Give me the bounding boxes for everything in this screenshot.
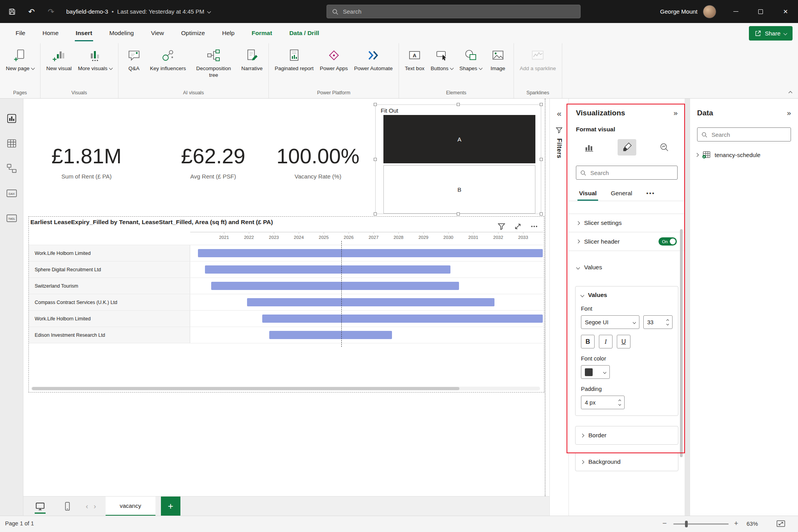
title-chevron-icon[interactable] bbox=[207, 10, 211, 14]
key-influencers-button[interactable]: Key influencers bbox=[147, 46, 189, 74]
menu-format[interactable]: Format bbox=[243, 23, 281, 43]
document-title[interactable]: bayfield-demo-3 • Last saved: Yesterday … bbox=[66, 8, 210, 15]
share-button[interactable]: Share bbox=[749, 26, 793, 41]
menu-modeling[interactable]: Modeling bbox=[101, 23, 143, 43]
menu-home[interactable]: Home bbox=[34, 23, 67, 43]
selection-handle[interactable] bbox=[540, 212, 543, 216]
slicer-header-section[interactable]: Slicer header On bbox=[569, 232, 685, 251]
menu-optimize[interactable]: Optimize bbox=[173, 23, 214, 43]
font-size-spinner[interactable]: 33 bbox=[643, 315, 673, 329]
tmdl-view-icon[interactable]: TMDL bbox=[6, 212, 18, 224]
fit-out-slicer[interactable]: Fit Out A B bbox=[375, 104, 541, 214]
selection-handle[interactable] bbox=[540, 103, 543, 106]
selection-handle[interactable] bbox=[374, 103, 377, 106]
spinner-up-icon[interactable] bbox=[666, 319, 669, 322]
panel-scrollbar[interactable] bbox=[680, 229, 683, 457]
kpi-avg-rent[interactable]: £62.29 Avg Rent (£ PSF) bbox=[162, 144, 264, 180]
menu-view[interactable]: View bbox=[142, 23, 172, 43]
data-search-input[interactable] bbox=[711, 131, 790, 138]
global-search-input[interactable] bbox=[342, 8, 575, 15]
menu-file[interactable]: File bbox=[7, 23, 34, 43]
slicer-option-b[interactable]: B bbox=[383, 165, 535, 214]
italic-button[interactable]: I bbox=[599, 335, 613, 348]
spinner-down-icon[interactable] bbox=[666, 322, 669, 325]
visual-filter-icon[interactable] bbox=[497, 222, 506, 231]
buttons-button[interactable]: Buttons bbox=[428, 46, 456, 74]
global-search[interactable] bbox=[327, 5, 581, 18]
selection-handle[interactable] bbox=[457, 103, 460, 106]
zoom-in-icon[interactable]: + bbox=[734, 520, 738, 528]
desktop-layout-icon[interactable] bbox=[34, 500, 47, 513]
gantt-bar[interactable] bbox=[269, 331, 392, 339]
mobile-layout-icon[interactable] bbox=[61, 500, 74, 513]
font-color-dropdown[interactable] bbox=[581, 365, 610, 379]
format-search[interactable] bbox=[576, 166, 678, 180]
border-section[interactable]: Border bbox=[575, 426, 678, 445]
selection-handle[interactable] bbox=[374, 212, 377, 216]
gantt-visual[interactable]: Earliest LeaseExpiry_Filled by Tenant, L… bbox=[28, 216, 544, 392]
dax-query-view-icon[interactable]: DAX bbox=[6, 187, 18, 199]
add-sparkline-button[interactable]: Add a sparkline bbox=[517, 46, 559, 74]
more-visuals-button[interactable]: More visuals bbox=[75, 46, 115, 74]
padding-spinner[interactable]: 4 px bbox=[581, 396, 625, 409]
maximize-button[interactable] bbox=[748, 0, 773, 23]
more-options-icon[interactable] bbox=[530, 222, 538, 231]
filters-panel-collapsed[interactable]: « Filters bbox=[549, 99, 568, 516]
expand-filters-icon[interactable]: « bbox=[557, 109, 561, 118]
slicer-header-toggle[interactable]: On bbox=[659, 237, 677, 246]
gantt-bar[interactable] bbox=[262, 315, 543, 323]
format-search-input[interactable] bbox=[590, 169, 673, 177]
avatar[interactable] bbox=[703, 5, 716, 18]
selection-handle[interactable] bbox=[374, 158, 377, 161]
new-visual-button[interactable]: New visual bbox=[44, 46, 74, 74]
data-search[interactable] bbox=[697, 127, 791, 141]
zoom-slider-thumb[interactable] bbox=[685, 521, 688, 527]
zoom-out-icon[interactable]: − bbox=[662, 519, 667, 528]
collapse-ribbon-icon[interactable] bbox=[789, 91, 793, 95]
menu-help[interactable]: Help bbox=[214, 23, 243, 43]
analytics-icon[interactable] bbox=[655, 139, 674, 156]
user-name[interactable]: George Mount bbox=[660, 8, 697, 15]
fit-to-page-icon[interactable] bbox=[776, 520, 786, 528]
image-button[interactable]: Image bbox=[486, 46, 510, 74]
collapse-data-icon[interactable]: » bbox=[787, 109, 791, 117]
qa-button[interactable]: Q&A bbox=[122, 46, 147, 74]
zoom-slider[interactable] bbox=[673, 523, 729, 525]
table-tenancy-schedule[interactable]: tenancy-schedule bbox=[696, 151, 793, 159]
menu-insert[interactable]: Insert bbox=[67, 23, 101, 43]
close-button[interactable]: ✕ bbox=[773, 0, 798, 23]
menu-data-drill[interactable]: Data / Drill bbox=[281, 23, 328, 43]
power-apps-button[interactable]: Power Apps bbox=[317, 46, 351, 74]
build-visual-icon[interactable] bbox=[580, 139, 598, 156]
gantt-bar[interactable] bbox=[205, 265, 450, 274]
values-subsection-header[interactable]: Values bbox=[581, 292, 673, 299]
font-family-dropdown[interactable]: Segoe UI bbox=[581, 315, 639, 329]
kpi-sum-of-rent[interactable]: £1.81M Sum of Rent (£ PA) bbox=[36, 144, 137, 180]
selection-handle[interactable] bbox=[540, 158, 543, 161]
page-tab-vacancy[interactable]: vacancy bbox=[106, 497, 155, 516]
redo-icon[interactable]: ↷ bbox=[47, 7, 55, 16]
gantt-bar[interactable] bbox=[211, 282, 459, 290]
table-view-icon[interactable] bbox=[6, 138, 18, 149]
report-view-icon[interactable] bbox=[6, 113, 18, 124]
bold-button[interactable]: B bbox=[581, 335, 595, 348]
format-visual-icon[interactable] bbox=[618, 139, 636, 156]
paginated-report-button[interactable]: Paginated report bbox=[272, 46, 316, 74]
save-icon[interactable] bbox=[8, 7, 16, 16]
kpi-vacancy-rate[interactable]: 100.00% Vacancy Rate (%) bbox=[267, 144, 369, 180]
more-format-tabs-icon[interactable]: ••• bbox=[646, 190, 655, 201]
power-automate-button[interactable]: Power Automate bbox=[351, 46, 395, 74]
slicer-settings-section[interactable]: Slicer settings bbox=[569, 214, 685, 232]
undo-icon[interactable]: ↶ bbox=[27, 7, 36, 16]
decomposition-tree-button[interactable]: Decomposition tree bbox=[189, 46, 238, 81]
scrollbar-thumb[interactable] bbox=[32, 387, 459, 390]
next-page-icon[interactable]: › bbox=[94, 502, 96, 511]
collapse-visualizations-icon[interactable]: » bbox=[673, 109, 678, 117]
gantt-scrollbar[interactable] bbox=[31, 387, 540, 391]
spinner-up-icon[interactable] bbox=[618, 399, 621, 402]
selection-handle[interactable] bbox=[457, 212, 460, 216]
focus-mode-icon[interactable] bbox=[514, 222, 522, 231]
new-page-button[interactable]: New page bbox=[3, 46, 37, 74]
gantt-bar[interactable] bbox=[198, 249, 543, 257]
narrative-button[interactable]: Narrative bbox=[238, 46, 265, 74]
